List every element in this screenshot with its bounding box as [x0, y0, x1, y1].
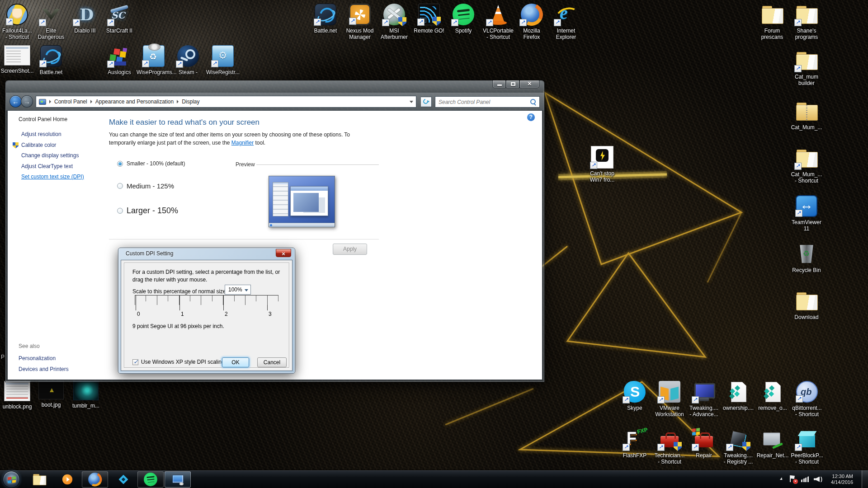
taskbar-button-kodi[interactable] — [113, 471, 134, 488]
desktop-icon[interactable]: Can't stop Win7 fro... — [585, 146, 619, 183]
desktop-icon[interactable]: MSI Afterburner — [377, 4, 411, 40]
magnifier-link[interactable]: Magnifier — [231, 140, 254, 146]
desktop-icon[interactable]: Diablo III — [68, 4, 102, 34]
taskbar-button-firefox[interactable] — [82, 471, 108, 488]
desktop-icon[interactable]: StarCraft II — [102, 4, 137, 34]
desktop-icon-label: ScreenShot... — [0, 68, 34, 74]
dpi-size-radio[interactable]: Smaller - 100% (default) — [117, 160, 185, 167]
desktop-icon[interactable]: Battle.net — [34, 45, 68, 75]
hidden-icons-arrow[interactable] — [780, 477, 784, 482]
desktop-icon[interactable]: Elite Dangerous — [34, 4, 68, 40]
checkbox-icon[interactable] — [132, 359, 138, 365]
desktop-icon[interactable]: WiseRegistr... — [206, 45, 240, 75]
action-center-flag-icon[interactable] — [789, 475, 796, 483]
desktop-icon[interactable]: Mozilla Firefox — [514, 4, 549, 40]
xp-style-dpi-checkbox[interactable]: Use Windows XP style DPI scaling — [132, 359, 225, 365]
scale-percentage-dropdown[interactable]: 100% — [225, 285, 251, 295]
sidebar-task-link[interactable]: Calibrate color — [8, 140, 108, 151]
desktop-icon[interactable]: ScreenShot... — [0, 45, 34, 74]
desktop-icon[interactable]: Tweaking.... - Advance... — [687, 381, 721, 418]
desktop-icon[interactable]: VLCPortable - Shortcut — [481, 4, 515, 40]
sidebar-task-link[interactable]: Adjust ClearType text — [8, 161, 108, 172]
preview-label: Preview — [236, 161, 255, 168]
desktop-icon[interactable]: tumblr_m... — [69, 381, 103, 409]
desktop-icon[interactable]: qBittorrent... - Shortcut — [790, 381, 824, 418]
breadcrumb-item[interactable]: Display — [175, 96, 201, 107]
breadcrumb-dropdown-icon[interactable] — [410, 101, 413, 103]
taskbar-button-control-panel[interactable] — [165, 471, 191, 488]
network-signal-icon[interactable] — [801, 476, 809, 482]
breadcrumb-bar[interactable]: Control PanelAppearance and Personalizat… — [36, 96, 416, 108]
window-titlebar[interactable] — [6, 81, 544, 93]
minimize-button[interactable] — [492, 80, 506, 88]
desktop-icon[interactable]: Fallout4La... - Shortcut — [0, 4, 34, 40]
desktop-icon[interactable]: Battle.net — [308, 4, 343, 34]
desktop-icon[interactable]: boot.jpg — [34, 381, 68, 408]
desktop-icon[interactable]: Download — [789, 290, 824, 320]
sidebar-task-link[interactable]: Set custom text size (DPI) — [8, 172, 108, 183]
desktop-icon[interactable]: Forum prescans — [755, 4, 789, 40]
dpi-size-radio[interactable]: Larger - 150% — [117, 206, 178, 216]
forward-button[interactable]: → — [21, 95, 33, 108]
hidden-icon-label: P — [1, 354, 5, 360]
search-box[interactable]: Search Control Panel — [435, 96, 540, 108]
desktop-icon[interactable]: Shane's programs — [789, 4, 824, 40]
sidebar-task-link[interactable]: Adjust resolution — [8, 129, 108, 140]
desktop-icon[interactable]: Nexus Mod Manager — [343, 4, 377, 40]
sidebar-see-also-link[interactable]: Personalization — [8, 353, 108, 364]
dpi-ruler[interactable]: 0123 — [135, 295, 278, 319]
desktop-icon[interactable]: Repair — [687, 428, 721, 459]
desktop-icon[interactable]: FlashFXP — [618, 428, 652, 459]
desktop-icon[interactable]: ownership.... — [721, 381, 755, 411]
desktop-icon-image — [727, 381, 749, 403]
desktop-icon[interactable]: Steam - — [171, 45, 205, 75]
refresh-button[interactable] — [421, 97, 432, 107]
help-icon[interactable] — [527, 113, 535, 121]
desktop-icon[interactable]: Cat_Mum_... - Shortcut — [789, 147, 824, 184]
desktop-icon[interactable]: Technician... - Shortcut — [652, 428, 687, 465]
desktop-icon[interactable]: WisePrograms... — [137, 45, 171, 75]
desktop-icon[interactable]: Recycle Bin — [789, 243, 824, 273]
desktop-icon[interactable]: Internet Explorer — [549, 4, 583, 40]
desktop-icon[interactable]: Cat_Mum_... — [789, 100, 824, 131]
sidebar-control-panel-home[interactable]: Control Panel Home — [19, 116, 67, 122]
maximize-button[interactable] — [506, 80, 519, 88]
content-divider — [109, 239, 379, 239]
desktop-icon[interactable]: TeamViewer 11 — [789, 195, 824, 232]
desktop-icon[interactable]: VMware Workstation — [652, 381, 687, 418]
back-button[interactable]: ← — [9, 95, 22, 108]
desktop-icon[interactable]: Tweaking.... - Registry ... — [721, 428, 755, 465]
shortcut-arrow-icon — [73, 19, 80, 26]
breadcrumb-arrow-icon — [49, 100, 51, 103]
sidebar-see-also-link[interactable]: Devices and Printers — [8, 364, 108, 375]
cancel-button[interactable]: Cancel — [257, 357, 287, 367]
sidebar-task-link[interactable]: Change display settings — [8, 150, 108, 161]
breadcrumb-item[interactable]: Appearance and Personalization — [89, 96, 175, 107]
search-icon[interactable] — [529, 98, 538, 107]
desktop-icon[interactable]: Skype — [618, 381, 652, 411]
desktop-icon[interactable]: PeerBlockP... - Shortcut — [790, 428, 824, 465]
desktop-icon[interactable]: unblock.png — [0, 381, 34, 410]
see-also-header: See also — [19, 343, 40, 349]
desktop-icon[interactable]: Cat_mum builder — [789, 50, 824, 86]
desktop-icon[interactable]: Auslogics — [102, 45, 137, 75]
close-button[interactable] — [519, 80, 539, 88]
taskbar-button-windows-explorer[interactable] — [29, 471, 50, 488]
dpi-size-radio[interactable]: Medium - 125% — [117, 182, 174, 190]
taskbar-button-spotify[interactable] — [137, 471, 164, 488]
breadcrumb-item[interactable]: Control Panel — [48, 96, 89, 107]
desktop-icon[interactable]: remove_o... — [755, 381, 790, 411]
dialog-close-button[interactable]: × — [276, 249, 291, 257]
ok-button[interactable]: OK — [222, 357, 249, 367]
desktop-icon[interactable]: Repair_Net... — [755, 428, 790, 459]
desktop-icon-label: qBittorrent... - Shortcut — [790, 405, 824, 418]
desktop-icon-image — [693, 428, 715, 450]
desktop-icon[interactable]: Spotify — [446, 4, 481, 34]
taskbar-button-windows-media-player[interactable] — [57, 471, 78, 488]
clock[interactable]: 12:30 AM 4/14/2016 — [828, 474, 857, 485]
volume-icon[interactable] — [814, 476, 823, 483]
show-desktop-button[interactable] — [862, 470, 868, 488]
desktop-icon[interactable]: Remote GO! — [412, 4, 446, 34]
apply-button[interactable]: Apply — [333, 244, 367, 255]
radio-icon — [117, 161, 123, 167]
